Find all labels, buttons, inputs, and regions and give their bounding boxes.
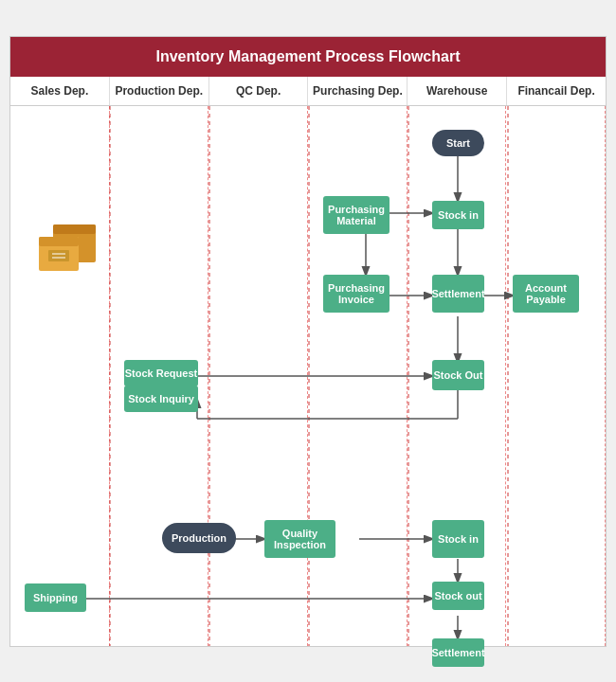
node-purchasing-material: Purchasing Material bbox=[323, 196, 390, 234]
lane-purchasing bbox=[308, 106, 408, 646]
node-settlement-2: Settlement bbox=[432, 638, 484, 667]
lane-header-warehouse: Warehouse bbox=[408, 77, 507, 105]
node-stock-inquiry: Stock Inquiry bbox=[124, 386, 198, 412]
lane-header-sales: Sales Dep. bbox=[10, 77, 110, 105]
lane-header-purchasing: Purchasing Dep. bbox=[308, 77, 408, 105]
lanes-header: Sales Dep. Production Dep. QC Dep. Purch… bbox=[10, 77, 606, 106]
lane-header-qc: QC Dep. bbox=[209, 77, 309, 105]
lane-qc bbox=[208, 106, 308, 646]
node-start: Start bbox=[432, 130, 484, 156]
svg-rect-28 bbox=[48, 250, 69, 261]
lanes-body: Start Purchasing Material Stock in Purch… bbox=[10, 106, 606, 646]
node-purchasing-invoice: Purchasing Invoice bbox=[323, 275, 390, 313]
node-settlement-1: Settlement bbox=[432, 275, 484, 313]
lane-header-production: Production Dep. bbox=[110, 77, 209, 105]
node-quality-inspection: Quality Inspection bbox=[264, 520, 335, 558]
node-shipping: Shipping bbox=[25, 583, 86, 612]
diagram-container: Inventory Management Process Flowchart S… bbox=[9, 36, 607, 647]
lane-sales bbox=[10, 106, 110, 646]
node-account-payable: Account Payable bbox=[513, 275, 579, 313]
diagram-title: Inventory Management Process Flowchart bbox=[10, 37, 606, 77]
node-stock-in-1: Stock in bbox=[432, 201, 484, 229]
lane-financial bbox=[506, 106, 606, 646]
node-production: Production bbox=[162, 523, 236, 553]
node-stock-out-2: Stock out bbox=[432, 582, 484, 610]
lane-header-financial: Financail Dep. bbox=[507, 77, 606, 105]
node-stock-in-2: Stock in bbox=[432, 520, 484, 558]
node-stock-out-1: Stock Out bbox=[432, 360, 484, 390]
node-stock-request: Stock Request bbox=[124, 360, 198, 386]
boxes-icon bbox=[29, 220, 105, 285]
